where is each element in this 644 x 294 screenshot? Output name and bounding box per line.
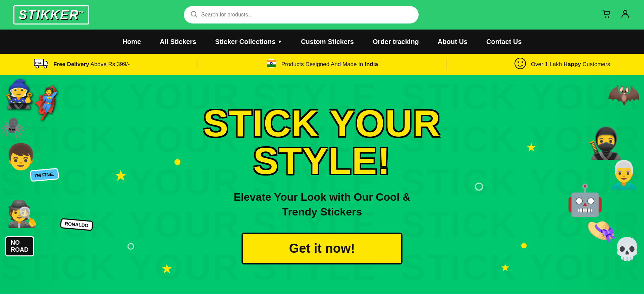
user-icon[interactable]	[620, 8, 631, 21]
logo: STIKKER™	[13, 5, 89, 24]
logo-tm: ™	[79, 10, 84, 15]
nav-item-sticker-collections[interactable]: Sticker Collections ▼	[206, 30, 291, 54]
svg-point-16	[522, 61, 523, 63]
svg-rect-12	[267, 64, 276, 67]
india-info: Products Designed And Made In India	[266, 58, 378, 71]
svg-point-4	[624, 10, 627, 14]
hero-right-stickers: 🦇 🥷 🤖 👨‍🦳 👒 💀	[550, 75, 644, 294]
navbar: Home All Stickers Sticker Collections ▼ …	[0, 30, 644, 54]
svg-point-15	[518, 61, 519, 63]
search-input[interactable]	[201, 12, 412, 18]
india-text: Products Designed And Made In India	[281, 61, 378, 68]
deco-circle-2	[475, 183, 483, 191]
india-flag-icon	[266, 58, 277, 71]
deco-circle-4	[127, 243, 134, 250]
sticker-char-anime: 👦	[5, 142, 37, 172]
nav-item-order-tracking[interactable]: Order tracking	[363, 30, 428, 54]
divider2	[446, 59, 446, 69]
hero-subtitle: Elevate Your Look with Our Cool &Trendy …	[201, 190, 443, 219]
nav-item-all-stickers[interactable]: All Stickers	[150, 30, 206, 54]
svg-point-3	[608, 16, 609, 18]
happy-face-icon	[514, 57, 526, 72]
delivery-info: FREE Free Delivery Above Rs.399/-	[34, 57, 130, 72]
customers-info: Over 1 Lakh Happy Customers	[514, 57, 610, 72]
hero-title: STICK YOUR STYLE!	[201, 105, 443, 180]
sticker-luffy: 👒	[586, 216, 617, 246]
svg-text:FREE: FREE	[35, 62, 42, 64]
sticker-im-fine: I'M FINE.	[30, 168, 59, 182]
sticker-char-witch: 🧙	[7, 79, 34, 104]
svg-marker-18	[162, 264, 172, 274]
divider	[198, 59, 198, 69]
delivery-text: Free Delivery Above Rs.399/-	[53, 61, 130, 68]
svg-point-2	[605, 16, 606, 18]
sticker-spiderman: 🕷️	[0, 115, 25, 139]
customers-text: Over 1 Lakh Happy Customers	[531, 61, 610, 68]
header-icons	[601, 8, 631, 21]
sticker-batman: 🦇	[607, 79, 641, 110]
svg-marker-20	[501, 263, 509, 271]
sticker-no-road: NOROAD	[5, 236, 34, 256]
search-icon	[191, 11, 197, 19]
deco-star-1	[114, 169, 127, 184]
chevron-down-icon: ▼	[277, 39, 282, 44]
get-it-now-button[interactable]: Get it now!	[241, 233, 402, 264]
hero-section: STICK YOUR STYLE STICK YOUR STYLE STICK …	[0, 75, 644, 294]
info-bar: FREE Free Delivery Above Rs.399/- Produc…	[0, 54, 644, 75]
nav-item-custom-stickers[interactable]: Custom Stickers	[291, 30, 363, 54]
nav-item-home[interactable]: Home	[113, 30, 151, 54]
deco-circle-1	[174, 159, 180, 165]
hero-left-stickers: 🥷 🦸 🧙 👦 I'M FINE. 🕵️ NOROAD RONALDO 🕷️	[0, 75, 94, 294]
deco-star-2	[161, 263, 173, 276]
svg-marker-17	[115, 170, 126, 181]
search-bar	[184, 6, 419, 23]
nav-item-about-us[interactable]: About Us	[428, 30, 477, 54]
nav-item-contact-us[interactable]: Contact Us	[477, 30, 531, 54]
svg-line-1	[195, 15, 197, 17]
svg-point-6	[36, 65, 39, 68]
deco-circle-3	[521, 243, 527, 248]
sticker-white-hair: 👨‍🦳	[607, 159, 641, 191]
sticker-ronaldo: RONALDO	[60, 218, 93, 231]
sticker-keanu: 🕵️	[7, 199, 38, 229]
svg-rect-10	[267, 60, 276, 62]
header: STIKKER™	[0, 0, 644, 30]
sticker-naruto2: 🥷	[586, 126, 624, 161]
logo-area: STIKKER™	[13, 5, 89, 24]
deco-star-4	[500, 263, 510, 274]
svg-point-7	[44, 65, 47, 68]
hero-content: STICK YOUR STYLE! Elevate Your Look with…	[195, 91, 449, 278]
cart-icon[interactable]	[601, 8, 612, 21]
delivery-icon: FREE	[34, 57, 49, 72]
sticker-ironman: 🤖	[566, 183, 604, 218]
svg-point-14	[515, 58, 526, 69]
svg-marker-19	[527, 143, 536, 152]
sticker-skull: 💀	[613, 236, 641, 262]
deco-star-3	[526, 142, 537, 154]
